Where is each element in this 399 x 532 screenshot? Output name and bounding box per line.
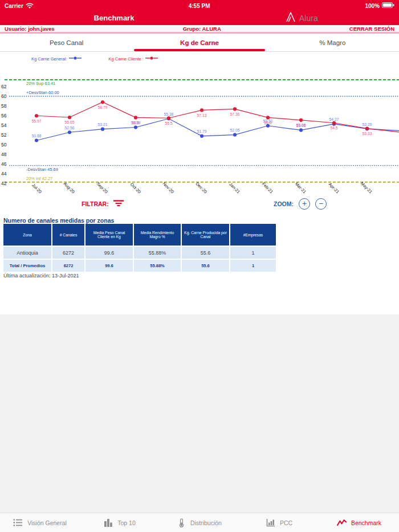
legend-item-kg-carne-general: Kg Carne General: — [31, 56, 82, 62]
data-point-kg-carne-cliente-oct-20[interactable] — [134, 116, 137, 119]
data-point-kg-carne-general-mar-21[interactable] — [299, 128, 303, 132]
column-header-media-rendimiento-magro: Media Rendimiento Magro % — [134, 224, 181, 245]
nav-item-label: Benchmark — [351, 519, 381, 526]
filter-icon — [112, 199, 125, 208]
data-point-kg-carne-cliente-jul-20[interactable] — [35, 114, 38, 117]
page-title: Benchmark — [0, 11, 228, 25]
app-screen: Carrier 4:55 PM 100% Benchmark — [0, 0, 399, 532]
data-point-label: 57.13 — [197, 113, 206, 117]
total-cell-canales: 6272 — [52, 260, 84, 272]
data-point-label: 58.79 — [97, 105, 107, 109]
data-point-label: 52.56 — [64, 126, 74, 130]
nav-item-top-10[interactable]: Top 10 — [80, 513, 160, 532]
data-point-label: 55.97 — [31, 119, 41, 123]
ref-line-20-inf-42-27: 20% Inf 42.27 — [5, 176, 399, 182]
data-point-label: 55.6 — [264, 121, 271, 125]
data-point-label: 55.5 — [165, 121, 172, 125]
filter-button[interactable]: FILTRAR: — [82, 199, 125, 208]
alura-logo-icon — [285, 11, 298, 25]
data-point-label: 54.5 — [330, 126, 337, 130]
nav-item-visi-n-general[interactable]: Visión General — [0, 513, 80, 532]
alura-logo-text: Alura — [299, 14, 318, 23]
x-axis-tick-label: May-21 — [360, 181, 373, 194]
ref-line-label: 20% Inf 42.27 — [26, 176, 52, 181]
x-axis-tick-label: Sep-20 — [95, 181, 108, 194]
line-chart-icon — [337, 519, 347, 526]
table-cell-kg-carne-producida-por-canal: 55.6 — [182, 247, 229, 259]
data-point-kg-carne-cliente-jan-21[interactable] — [233, 107, 237, 111]
zoom-controls: ZOOM: + − — [274, 198, 327, 210]
table-cell-zona: Antioquia — [3, 247, 51, 259]
data-point-kg-carne-cliente-may-21[interactable] — [365, 127, 369, 130]
total-cell-media-rendimiento-magro: 55.88% — [134, 260, 181, 272]
total-cell-media-peso-canal-cliente-en-kg: 99.6 — [85, 260, 133, 272]
x-axis-tick-label: Nov-20 — [161, 181, 174, 194]
nav-item-benchmark[interactable]: Benchmark — [319, 513, 399, 532]
y-axis-tick-label: 62 — [1, 84, 7, 89]
table-cell-media-rendimiento-magro: 55.88% — [134, 247, 181, 259]
nav-item-distribuci-n[interactable]: Distribución — [160, 513, 239, 532]
table-cell-empresas: 1 — [230, 247, 276, 259]
data-point-kg-carne-cliente-nov-20[interactable] — [167, 116, 170, 120]
legend-item-kg-carne-cliente: Kg Carne Cliente : — [109, 56, 158, 62]
data-point-kg-carne-general-oct-20[interactable] — [134, 125, 137, 129]
legend-label: Kg Carne General: — [31, 56, 67, 62]
data-point-kg-carne-cliente-apr-21[interactable] — [332, 121, 336, 125]
data-point-label: 50.88 — [31, 134, 41, 138]
data-point-kg-carne-cliente-sep-20[interactable] — [101, 100, 104, 104]
data-point-kg-carne-general-jan-21[interactable] — [233, 133, 237, 136]
y-axis-tick-label: 44 — [1, 171, 7, 177]
tab-peso-canal[interactable]: Peso Canal — [0, 35, 133, 51]
data-point-kg-carne-general-jul-20[interactable] — [35, 138, 38, 142]
tab-magro[interactable]: % Magro — [266, 35, 399, 51]
data-point-kg-carne-cliente-feb-21[interactable] — [266, 116, 270, 119]
filter-label: FILTRAR: — [82, 200, 109, 207]
zoom-out-button[interactable]: − — [315, 198, 327, 210]
data-point-kg-carne-general-sep-20[interactable] — [101, 128, 104, 131]
data-point-kg-carne-general-dec-20[interactable] — [200, 134, 203, 138]
ref-line-desvstan-60-00: +DesvStan 60.00 — [9, 90, 399, 96]
nav-item-label: Distribución — [190, 519, 222, 526]
wifi-icon — [26, 2, 34, 10]
column-header-kg-carne-producida-por-canal: Kg. Carne Producida por Canal — [182, 224, 229, 245]
data-point-kg-carne-cliente-mar-21[interactable] — [299, 118, 303, 122]
nav-item-label: Visión General — [27, 519, 67, 526]
nav-item-label: Top 10 — [117, 519, 136, 526]
y-axis-tick-label: 54 — [1, 122, 7, 128]
column-header-empresas: #Empresas — [230, 224, 276, 245]
data-point-label: 55.65 — [64, 120, 74, 124]
data-point-label: 55.6 — [132, 121, 139, 125]
y-axis-tick-label: 42 — [1, 181, 7, 186]
data-point-label: 55.08 — [296, 123, 306, 127]
zoom-label: ZOOM: — [274, 200, 294, 207]
tab-kg-de-carne[interactable]: Kg de Carne — [133, 35, 266, 51]
total-cell-zona: Total / Promedios — [3, 260, 51, 272]
bar-chart-icon — [104, 518, 113, 527]
y-axis-tick-label: 52 — [1, 132, 7, 138]
x-axis-tick-label: Feb-21 — [261, 181, 274, 194]
total-cell-empresas: 1 — [230, 260, 276, 272]
data-point-label: 55.38 — [164, 112, 173, 116]
data-point-label: 53.21 — [97, 122, 107, 126]
data-point-kg-carne-cliente-aug-20[interactable] — [68, 116, 71, 119]
nav-item-pcc[interactable]: PCC — [239, 513, 319, 532]
legend-marker-icon — [69, 56, 82, 62]
column-header-canales: # Canales — [52, 224, 84, 245]
empty-content-panel — [0, 314, 399, 513]
x-axis-tick-label: Jan-21 — [228, 182, 241, 195]
data-point-kg-carne-cliente-dec-20[interactable] — [200, 108, 203, 112]
ref-line-label: -DesvStan 45.69 — [26, 167, 58, 172]
column-header-media-peso-canal-cliente-en-kg: Media Peso Canal Cliente en Kg — [85, 224, 133, 245]
user-label: Usuario: john.javes — [5, 26, 55, 32]
data-point-label: 53.29 — [362, 122, 372, 126]
carrier-label: Carrier — [5, 3, 23, 9]
data-point-kg-carne-general-aug-20[interactable] — [68, 130, 71, 134]
ref-line-label: +DesvStan 60.00 — [26, 90, 59, 95]
chart-legend: Kg Carne General:Kg Carne Cliente : — [31, 56, 158, 62]
tab-bar: Peso CanalKg de Carne% Magro — [0, 35, 399, 52]
logout-button[interactable]: CERRAR SESIÓN — [349, 26, 394, 32]
series-kg-carne-general: 50.8852.5653.2153.5955.3851.7952.0553.91… — [31, 112, 399, 142]
zoom-in-button[interactable]: + — [299, 198, 310, 210]
y-axis-tick-label: 60 — [1, 93, 7, 99]
legend-marker-icon — [145, 56, 158, 62]
